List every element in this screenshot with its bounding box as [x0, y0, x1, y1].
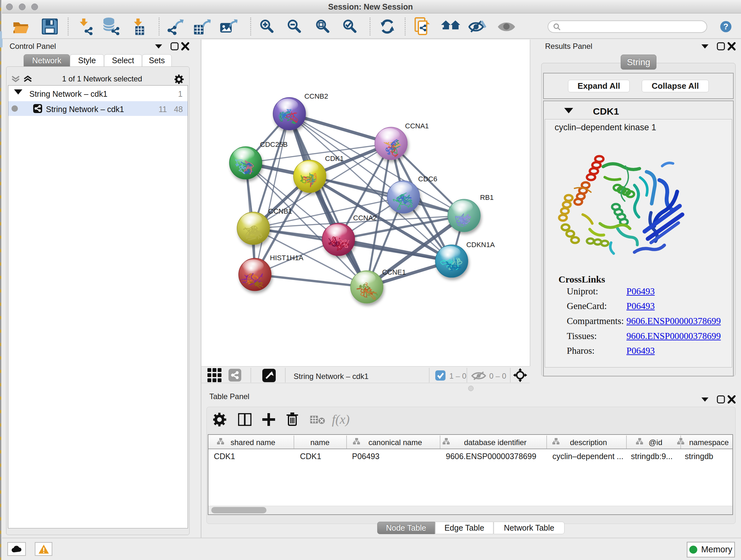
svg-text:CDC6: CDC6 — [418, 175, 437, 183]
svg-text:CCNB1: CCNB1 — [268, 207, 292, 215]
svg-text:CCNE1: CCNE1 — [382, 268, 406, 276]
svg-text:CCNA2: CCNA2 — [353, 214, 377, 222]
svg-text:RB1: RB1 — [480, 193, 494, 201]
svg-text:CDKN1A: CDKN1A — [466, 241, 495, 249]
svg-text:CDK1: CDK1 — [325, 154, 344, 163]
svg-text:CCNB2: CCNB2 — [305, 92, 328, 100]
svg-text:CDC25B: CDC25B — [260, 140, 288, 148]
svg-text:HIST1H1A: HIST1H1A — [270, 254, 304, 262]
svg-text:CCNA1: CCNA1 — [405, 122, 428, 130]
